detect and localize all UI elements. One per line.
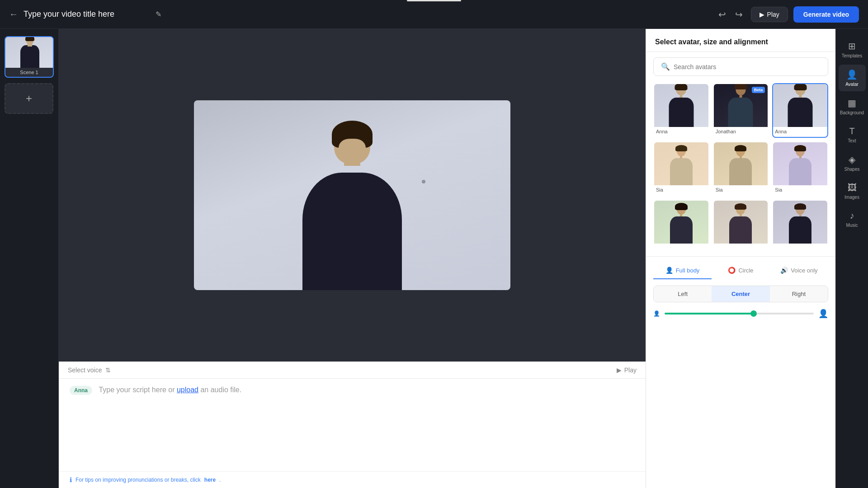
align-right-button[interactable]: Right <box>770 286 828 302</box>
script-play-button[interactable]: ▶ Play <box>617 366 637 374</box>
add-scene-button[interactable]: + <box>5 83 53 114</box>
tool-templates[interactable]: ⊞ Templates <box>839 36 866 63</box>
avatar-figure <box>729 205 752 244</box>
size-slider-section: 👤 👤 <box>646 309 835 326</box>
tool-avatar[interactable]: 👤 Avatar <box>839 65 866 91</box>
edit-title-icon[interactable]: ✎ <box>156 10 161 19</box>
avatar-card-row3-1[interactable] <box>653 200 709 249</box>
hint-period: . <box>219 477 221 483</box>
select-voice-label: Select voice <box>68 366 102 374</box>
avatar-figure <box>669 84 693 127</box>
script-hint: ℹ For tips on improving pronunciations o… <box>59 471 646 488</box>
avatar-figure <box>788 84 813 127</box>
cursor-indicator <box>422 180 425 183</box>
tool-music[interactable]: ♪ Music <box>839 206 866 232</box>
script-play-icon: ▶ <box>617 366 622 374</box>
avatar-card-row3-2[interactable] <box>713 200 769 249</box>
size-tab-full-body[interactable]: 👤 Full body <box>653 262 712 279</box>
shapes-label: Shapes <box>844 167 860 172</box>
person-small-icon: 👤 <box>653 310 660 317</box>
avatar-figure <box>789 205 811 244</box>
topbar-left: ← ✎ <box>9 9 708 19</box>
script-area: Select voice ⇅ ▶ Play Anna Type your scr… <box>59 361 646 488</box>
avatar-figure <box>789 146 811 185</box>
avatar-card-anna-1[interactable]: Anna <box>653 83 709 138</box>
music-label: Music <box>846 223 858 228</box>
select-voice-button[interactable]: Select voice ⇅ <box>68 366 111 374</box>
avatar-card-sia-3[interactable]: Sia <box>772 141 828 196</box>
avatar-image-sia-3 <box>773 142 827 185</box>
avatar-card-jonathan[interactable]: Beta Jonathan <box>713 83 769 138</box>
avatar-name-sia-3: Sia <box>773 185 827 195</box>
avatar-figure <box>728 84 753 127</box>
music-icon: ♪ <box>850 211 854 221</box>
avatar-search-box[interactable]: 🔍 <box>653 57 828 76</box>
avatar-settings-panel: Select avatar, size and alignment 🔍 <box>646 29 835 488</box>
tool-text[interactable]: T Text <box>839 122 866 148</box>
align-left-button[interactable]: Left <box>654 286 712 302</box>
size-tab-voice-only[interactable]: 🔊 Voice only <box>770 262 828 279</box>
person-large-icon: 👤 <box>818 309 828 319</box>
undo-button[interactable]: ↩ <box>716 6 729 23</box>
script-body[interactable]: Anna Type your script here or upload an … <box>59 379 646 471</box>
video-area <box>59 29 646 361</box>
size-tabs: 👤 Full body ⭕ Circle 🔊 Voice only <box>646 256 835 279</box>
background-label: Background <box>840 110 864 115</box>
avatar-image-row3-3 <box>773 201 827 244</box>
avatar-image-row3-2 <box>714 201 768 244</box>
script-toolbar: Select voice ⇅ ▶ Play <box>59 362 646 379</box>
text-icon: T <box>849 126 854 136</box>
generate-video-button[interactable]: Generate video <box>793 6 859 23</box>
tool-background[interactable]: ▦ Background <box>839 93 866 120</box>
avatar-figure <box>729 146 752 185</box>
avatar-preview <box>302 123 402 290</box>
avatar-size-slider[interactable] <box>665 313 814 314</box>
undo-redo-group: ↩ ↪ <box>716 6 745 23</box>
avatar-image-sia-1 <box>654 142 708 185</box>
text-label: Text <box>848 138 856 143</box>
script-placeholder-text2: an audio file. <box>200 386 241 394</box>
back-button[interactable]: ← <box>9 9 18 19</box>
tool-images[interactable]: 🖼 Images <box>839 178 866 204</box>
hint-text: For tips on improving pronunciations or … <box>75 477 201 483</box>
avatar-card-anna-2[interactable]: Anna <box>772 83 828 138</box>
tool-shapes[interactable]: ◈ Shapes <box>839 150 866 176</box>
shapes-icon: ◈ <box>849 154 855 165</box>
templates-icon: ⊞ <box>848 41 856 52</box>
video-title-input[interactable] <box>24 9 150 19</box>
upload-audio-link[interactable]: upload <box>177 386 198 394</box>
main-area: Scene 1 + <box>0 29 868 488</box>
scene-label: Scene 1 <box>5 68 53 77</box>
voice-only-icon: 🔊 <box>780 267 788 274</box>
avatar-name-row3-3 <box>773 244 827 248</box>
redo-button[interactable]: ↪ <box>732 6 745 23</box>
images-label: Images <box>844 195 859 200</box>
avatar-name-tag: Anna <box>70 386 92 395</box>
script-placeholder-text: Type your script here or <box>99 386 177 394</box>
beta-badge-jonathan: Beta <box>752 87 765 93</box>
images-icon: 🖼 <box>848 183 857 193</box>
hint-link[interactable]: here <box>204 477 216 483</box>
scene-thumb[interactable]: Scene 1 <box>5 36 54 78</box>
avatar-card-sia-1[interactable]: Sia <box>653 141 709 196</box>
avatar-card-row3-3[interactable] <box>772 200 828 249</box>
avatar-card-sia-2[interactable]: Sia <box>713 141 769 196</box>
avatar-search-input[interactable] <box>674 63 821 70</box>
circle-label: Circle <box>738 267 753 274</box>
play-button[interactable]: ▶ Play <box>751 7 788 22</box>
avatar-figure <box>670 146 693 185</box>
avatar-name-row3-1 <box>654 244 708 248</box>
avatar-label: Avatar <box>845 82 859 87</box>
info-icon: ℹ <box>70 476 72 483</box>
scene-thumbnail-image <box>5 37 54 68</box>
topbar: ← ✎ ↩ ↪ ▶ Play Generate video <box>0 0 868 29</box>
voice-only-label: Voice only <box>791 267 817 274</box>
tool-sidebar: ⊞ Templates 👤 Avatar ▦ Background T Text… <box>835 29 868 488</box>
play-icon: ▶ <box>760 11 764 18</box>
size-tab-circle[interactable]: ⭕ Circle <box>712 262 770 279</box>
avatar-name-anna-1: Anna <box>654 127 708 137</box>
avatar-name-sia-1: Sia <box>654 185 708 195</box>
align-center-button[interactable]: Center <box>712 286 769 302</box>
avatar-name-jonathan: Jonathan <box>714 127 768 137</box>
background-icon: ▦ <box>848 98 856 108</box>
